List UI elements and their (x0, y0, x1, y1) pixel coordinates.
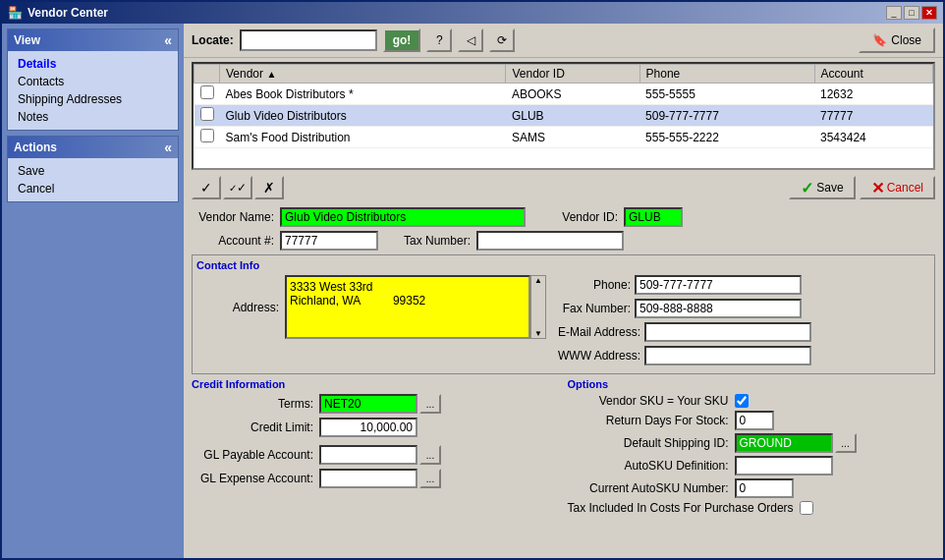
table-row[interactable]: Glub Video Distributors GLUB 509-777-777… (195, 105, 933, 127)
back-button[interactable]: ◁ (458, 28, 483, 52)
terms-browse-button[interactable]: ... (419, 394, 441, 414)
sidebar-action-save[interactable]: Save (8, 162, 178, 180)
address-textarea[interactable]: 3333 West 33rd Richland, WA 99352 (285, 275, 530, 339)
sidebar-item-details[interactable]: Details (8, 55, 178, 73)
account-input[interactable] (280, 231, 378, 251)
default-shipping-browse-button[interactable]: ... (835, 433, 857, 453)
terms-label: Terms: (192, 397, 319, 411)
row-checkbox[interactable] (200, 107, 214, 121)
check-button[interactable]: ✓ (192, 176, 221, 199)
gl-payable-row: GL Payable Account: ... (192, 445, 560, 465)
credit-limit-label: Credit Limit: (192, 420, 319, 434)
vendor-name-input[interactable] (280, 207, 526, 227)
credit-title: Credit Information (192, 378, 560, 390)
tax-number-label: Tax Number: (388, 234, 476, 248)
close-title-button[interactable]: ✕ (921, 6, 937, 20)
minimize-button[interactable]: _ (886, 6, 902, 20)
row-account: 77777 (814, 105, 932, 127)
address-scrollbar[interactable]: ▲ ▼ (530, 275, 546, 339)
cancel-label: Cancel (887, 181, 923, 195)
table-row[interactable]: Abes Book Distributors * ABOOKS 555-5555… (195, 84, 933, 105)
col-vendor[interactable]: Vendor ▲ (220, 65, 506, 84)
row-checkbox[interactable] (200, 129, 214, 142)
row-checkbox[interactable] (200, 85, 214, 99)
credit-limit-row: Credit Limit: (192, 418, 560, 437)
contact-fields: Phone: Fax Number: E-Mail Address: (556, 275, 930, 369)
tax-number-input[interactable] (476, 231, 624, 251)
row-vendor-id: SAMS (506, 127, 639, 148)
toolbar-row: ✓ ✓✓ ✗ ✓ Save ✕ Cancel (184, 174, 943, 201)
sidebar-view-collapse[interactable]: « (164, 32, 172, 48)
vendor-name-label: Vendor Name: (192, 210, 280, 224)
gl-expense-input[interactable] (319, 469, 417, 488)
sidebar-action-cancel[interactable]: Cancel (8, 180, 178, 197)
sidebar-actions-collapse[interactable]: « (164, 140, 172, 155)
go-button[interactable]: go! (383, 28, 421, 52)
address-input-group: 3333 West 33rd Richland, WA 99352 ▲ ▼ (285, 275, 546, 339)
sidebar-item-notes[interactable]: Notes (8, 108, 178, 126)
window-title: Vendor Center (28, 6, 108, 20)
right-content: Locate: go! ? ◁ ⟳ 🔖 Close Vendor ▲ (184, 24, 943, 558)
vendor-table-body: Abes Book Distributors * ABOOKS 555-5555… (195, 84, 933, 148)
fax-input[interactable] (635, 299, 802, 318)
table-header-row: Vendor ▲ Vendor ID Phone Account (195, 65, 933, 84)
vendor-sku-checkbox[interactable] (735, 394, 749, 408)
return-days-row: Return Days For Stock: (568, 411, 936, 430)
locate-input[interactable] (240, 29, 377, 51)
vendor-id-input[interactable] (624, 207, 683, 227)
col-phone[interactable]: Phone (639, 65, 814, 84)
cancel-button[interactable]: ✕ Cancel (860, 176, 935, 199)
top-bar: Locate: go! ? ◁ ⟳ 🔖 Close (184, 24, 943, 58)
terms-input[interactable] (319, 394, 417, 414)
maximize-button[interactable]: □ (904, 6, 919, 20)
close-button[interactable]: 🔖 Close (859, 28, 935, 53)
phone-input[interactable] (635, 275, 802, 295)
refresh-button[interactable]: ⟳ (489, 28, 515, 52)
email-label: E-Mail Address: (556, 325, 644, 339)
credit-limit-input[interactable] (319, 418, 417, 437)
www-label: WWW Address: (556, 349, 644, 363)
row-account: 12632 (814, 84, 932, 105)
www-input[interactable] (644, 346, 811, 365)
row-check-cell (195, 105, 220, 127)
default-shipping-row: Default Shipping ID: ... (568, 433, 936, 453)
vendor-table: Vendor ▲ Vendor ID Phone Account Abes Bo… (194, 64, 933, 148)
tax-included-checkbox[interactable] (800, 501, 813, 515)
current-autosku-row: Current AutoSKU Number: (568, 478, 936, 498)
current-autosku-label: Current AutoSKU Number: (568, 481, 735, 495)
fax-label: Fax Number: (556, 302, 635, 315)
autosku-def-input[interactable] (735, 456, 833, 476)
email-input[interactable] (644, 322, 811, 342)
save-button[interactable]: ✓ Save (789, 176, 855, 199)
title-controls: _ □ ✕ (886, 6, 937, 20)
sidebar-view-header: View « (8, 29, 178, 51)
gl-expense-label: GL Expense Account: (192, 472, 319, 485)
default-shipping-label: Default Shipping ID: (568, 436, 735, 450)
gl-expense-row: GL Expense Account: ... (192, 469, 560, 488)
two-panel: Credit Information Terms: ... Credit Lim… (192, 378, 935, 518)
gl-expense-browse-button[interactable]: ... (419, 469, 441, 488)
current-autosku-input[interactable] (735, 478, 794, 498)
delete-button[interactable]: ✗ (254, 176, 284, 199)
default-shipping-input[interactable] (735, 433, 833, 453)
col-account[interactable]: Account (814, 65, 932, 84)
col-check (195, 65, 220, 84)
help-button[interactable]: ? (426, 28, 452, 52)
vendor-name-row: Vendor Name: Vendor ID: (192, 207, 935, 227)
cancel-x-icon: ✕ (871, 179, 884, 197)
sidebar-actions-title: Actions (14, 140, 57, 154)
table-row[interactable]: Sam's Food Distribution SAMS 555-555-222… (195, 127, 933, 148)
return-days-input[interactable] (735, 411, 774, 430)
row-phone: 555-555-2222 (639, 127, 814, 148)
sidebar-item-shipping[interactable]: Shipping Addresses (8, 90, 178, 108)
contact-info-content: Address: 3333 West 33rd Richland, WA 993… (196, 275, 930, 369)
contact-info-box: Contact Info Address: 3333 West 33rd Ric… (192, 254, 935, 374)
gl-payable-browse-button[interactable]: ... (419, 445, 441, 465)
col-vendor-id[interactable]: Vendor ID (506, 65, 639, 84)
tax-included-row: Tax Included In Costs For Purchase Order… (568, 501, 936, 515)
check2-button[interactable]: ✓✓ (223, 176, 252, 199)
phone-row: Phone: (556, 275, 930, 295)
gl-payable-input[interactable] (319, 445, 417, 465)
sidebar-item-contacts[interactable]: Contacts (8, 73, 178, 90)
options-panel: Options Vendor SKU = Your SKU Return Day… (568, 378, 936, 518)
